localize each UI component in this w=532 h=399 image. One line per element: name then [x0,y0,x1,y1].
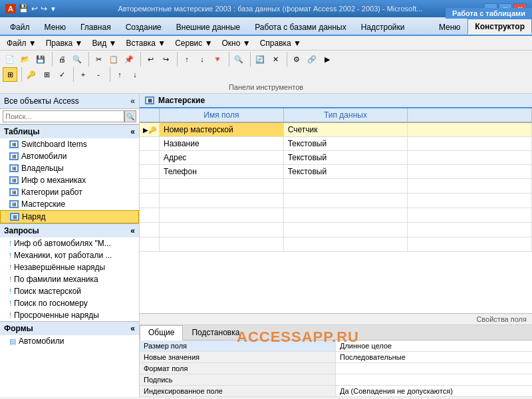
tb-filter[interactable]: 🔻 [210,52,225,66]
quick-access-save[interactable]: 💾 [19,4,29,13]
sidebar-group-tables[interactable]: Таблицы « [0,124,139,138]
tb-redo[interactable]: ↪ [158,52,173,66]
table-row-empty[interactable] [140,223,532,237]
tb-sort-asc[interactable]: ↑ [180,52,194,66]
sidebar-item-order[interactable]: ⊞ Наряд [0,210,139,223]
sidebar-item-mechanics-info[interactable]: ⊞ Инф о механиках [0,174,139,186]
table-row[interactable]: ▶ 🔑 Номер мастерской Счетчик [140,123,532,137]
tb-sort-desc[interactable]: ↓ [195,52,209,66]
sidebar-group-queries[interactable]: Запросы « [0,223,139,237]
prop-value-size[interactable]: Длинное целое [336,340,532,352]
tab-external[interactable]: Внешние данные [169,19,248,35]
sidebar-item-query-by-plate[interactable]: ! Поиск по госномеру [0,297,139,309]
table-row-empty[interactable] [140,179,532,194]
field-name-cell-2[interactable]: Название [160,137,284,150]
tb-find[interactable]: 🔍 [231,52,246,66]
sidebar-item-query-unfinished[interactable]: ! Незавершённые наряды [0,261,139,273]
tb-undo[interactable]: ↩ [143,52,158,66]
sidebar-item-cars[interactable]: ⊞ Автомобили [0,150,139,162]
tab-file[interactable]: Файл [3,19,37,35]
table-row[interactable]: Название Текстовый [140,137,532,151]
sidebar-item-switchboard[interactable]: ⊞ Switchboard Items [0,138,139,150]
sidebar-group-forms[interactable]: Формы « [0,321,139,335]
menu-view[interactable]: Вид ▼ [88,37,120,49]
sidebar-item-owners[interactable]: ⊞ Владельцы [0,162,139,174]
quick-access-undo[interactable]: ↩ [31,4,38,13]
tab-addins[interactable]: Надстройки [354,19,412,35]
sidebar-item-form-cars[interactable]: ▤ Автомобили [0,335,139,347]
sidebar-item-query-mechanics[interactable]: ! Механики, кот работали ... [0,249,139,261]
tb-move-down[interactable]: ↓ [128,67,142,82]
tab-database[interactable]: Работа с базами данных [247,19,353,35]
tb-print[interactable]: 🖨 [55,52,69,66]
quick-access-redo[interactable]: ↪ [41,4,47,13]
tb-paste[interactable]: 📌 [122,52,136,66]
tb-pk[interactable]: 🔑 [24,67,39,82]
tb-save[interactable]: 💾 [33,52,48,66]
tb-delete[interactable]: ✕ [268,52,283,66]
menu-window[interactable]: Окно ▼ [218,37,255,49]
tb-insert-row[interactable]: + [76,67,90,82]
field-name-cell-3[interactable]: Адрес [160,151,284,164]
prop-tab-general[interactable]: Общие [140,325,183,340]
table-row-empty[interactable] [140,208,532,223]
tb-delete-row[interactable]: - [91,67,106,82]
data-type-cell-2[interactable]: Текстовый [284,137,408,150]
table-row[interactable]: Телефон Текстовый [140,165,532,179]
toolbar-label: Панели инструментов [3,82,529,92]
prop-value-caption[interactable] [336,374,532,386]
context-tabs-area: Работа с таблицами Меню Конструктор [412,8,532,35]
table-row-empty[interactable] [140,194,532,208]
tb-test[interactable]: ✓ [55,67,69,82]
description-cell-2[interactable] [408,137,532,150]
table-row-empty[interactable] [140,237,532,252]
sidebar-toggle[interactable]: « [130,96,135,106]
field-name-cell-1[interactable]: Номер мастерской [160,123,284,136]
prop-value-new-values[interactable]: Последовательные [336,352,532,363]
menu-file[interactable]: Файл ▼ [3,37,41,49]
prop-value-format[interactable] [336,363,532,374]
sidebar-item-categories[interactable]: ⊞ Категории работ [0,186,139,198]
prop-tab-lookup[interactable]: Подстановка [183,325,248,340]
tb-macro[interactable]: ▶ [320,52,334,66]
sidebar-item-workshops[interactable]: ⊞ Мастерские [0,198,139,210]
tb-cut[interactable]: ✂ [91,52,106,66]
prop-value-indexed[interactable]: Да (Совпадения не допускаются) [336,386,532,397]
data-type-cell-1[interactable]: Счетчик [284,123,408,136]
sidebar-item-query-by-mechanic[interactable]: ! По фамилии механика [0,273,139,285]
tb-refresh[interactable]: 🔄 [253,52,267,66]
tb-copy[interactable]: 📋 [106,52,121,66]
tb-open[interactable]: 📂 [18,52,33,66]
tb-preview[interactable]: 🔍 [70,52,84,66]
prop-label-format: Формат поля [140,363,336,374]
menu-insert[interactable]: Вставка ▼ [122,37,170,49]
menu-help[interactable]: Справка ▼ [256,37,305,49]
tab-context-designer[interactable]: Конструктор [467,19,532,35]
tb-properties[interactable]: ⚙ [289,52,304,66]
tab-context-menu[interactable]: Меню [432,19,467,35]
sidebar-item-query-cars[interactable]: ! Инф об автомобилях "М... [0,237,139,249]
tb-view[interactable]: ⊞ [3,67,17,82]
tab-create[interactable]: Создание [118,19,169,35]
tb-relations[interactable]: 🔗 [305,52,319,66]
tb-move-up[interactable]: ↑ [112,67,127,82]
sidebar-item-query-overdue[interactable]: ! Просроченные наряды [0,309,139,321]
sidebar-item-query-workshop-search[interactable]: ! Поиск мастерской [0,285,139,297]
description-cell-4[interactable] [408,165,532,178]
table-icon: ⊞ [9,176,19,184]
menu-edit[interactable]: Правка ▼ [42,37,87,49]
menu-service[interactable]: Сервис ▼ [171,37,216,49]
tb-new[interactable]: 📄 [3,52,17,66]
quick-access-dropdown[interactable]: ▼ [50,5,57,13]
search-button[interactable]: 🔍 [124,110,136,122]
tab-menu[interactable]: Меню [37,19,73,35]
description-cell-1[interactable] [408,123,532,136]
tb-indexes[interactable]: ⊞ [39,67,54,82]
field-name-cell-4[interactable]: Телефон [160,165,284,178]
description-cell-3[interactable] [408,151,532,164]
tab-home[interactable]: Главная [73,19,118,35]
data-type-cell-3[interactable]: Текстовый [284,151,408,164]
table-row[interactable]: Адрес Текстовый [140,151,532,165]
search-input[interactable] [3,110,124,122]
data-type-cell-4[interactable]: Текстовый [284,165,408,178]
